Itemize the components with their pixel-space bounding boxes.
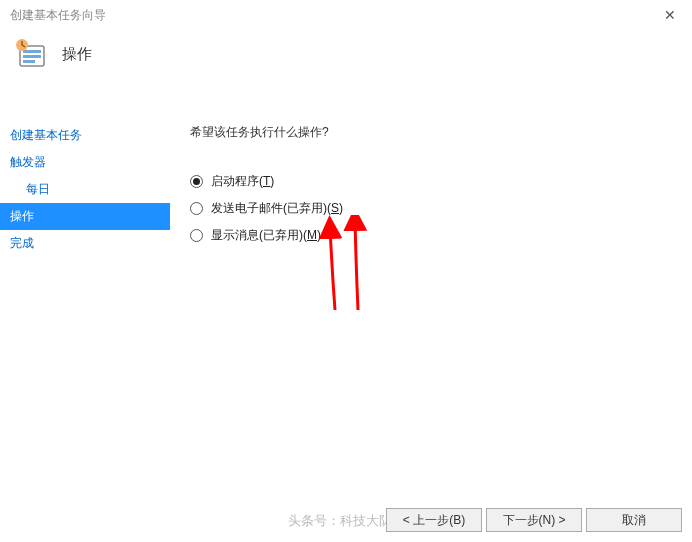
radio-send-email[interactable]: 发送电子邮件(已弃用)(S) — [190, 200, 692, 217]
wizard-header: 操作 — [0, 30, 692, 84]
wizard-footer: < 上一步(B) 下一步(N) > 取消 — [386, 508, 682, 532]
sidebar-item-create-task[interactable]: 创建基本任务 — [0, 122, 170, 149]
sidebar-item-trigger[interactable]: 触发器 — [0, 149, 170, 176]
svg-rect-3 — [23, 60, 35, 63]
radio-label: 显示消息(已弃用)(M) — [211, 227, 321, 244]
page-title: 操作 — [62, 45, 92, 64]
radio-icon — [190, 229, 203, 242]
radio-start-program[interactable]: 启动程序(T) — [190, 173, 692, 190]
sidebar-item-label: 完成 — [10, 236, 34, 250]
back-button[interactable]: < 上一步(B) — [386, 508, 482, 532]
wizard-icon — [16, 38, 48, 70]
sidebar-item-label: 创建基本任务 — [10, 128, 82, 142]
sidebar-item-action[interactable]: 操作 — [0, 203, 170, 230]
wizard-main: 希望该任务执行什么操作? 启动程序(T) 发送电子邮件(已弃用)(S) 显示消息… — [170, 84, 692, 484]
radio-label: 启动程序(T) — [211, 173, 274, 190]
sidebar-item-label: 操作 — [10, 209, 34, 223]
radio-icon — [190, 175, 203, 188]
radio-label: 发送电子邮件(已弃用)(S) — [211, 200, 343, 217]
radio-icon — [190, 202, 203, 215]
svg-rect-2 — [23, 55, 41, 58]
window-title: 创建基本任务向导 — [10, 7, 106, 24]
action-prompt: 希望该任务执行什么操作? — [190, 124, 692, 141]
wizard-sidebar: 创建基本任务 触发器 每日 操作 完成 — [0, 84, 170, 484]
sidebar-item-finish[interactable]: 完成 — [0, 230, 170, 257]
cancel-button[interactable]: 取消 — [586, 508, 682, 532]
sidebar-item-daily[interactable]: 每日 — [0, 176, 170, 203]
svg-rect-1 — [23, 50, 41, 53]
sidebar-item-label: 触发器 — [10, 155, 46, 169]
sidebar-item-label: 每日 — [26, 182, 50, 196]
radio-display-message[interactable]: 显示消息(已弃用)(M) — [190, 227, 692, 244]
next-button[interactable]: 下一步(N) > — [486, 508, 582, 532]
action-radio-group: 启动程序(T) 发送电子邮件(已弃用)(S) 显示消息(已弃用)(M) — [190, 173, 692, 244]
close-icon[interactable]: ✕ — [656, 5, 684, 25]
